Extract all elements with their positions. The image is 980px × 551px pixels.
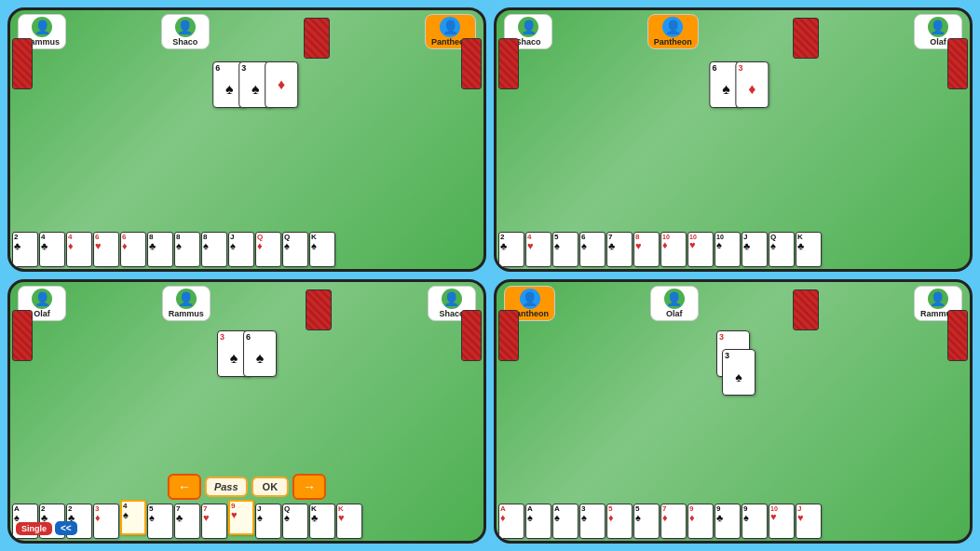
hand-row-4: A♦ A♠ A♠ 3♠ 5♦ 5♠ 7♦ 9♦ 9♣ 9♠ 10♥ J♥ [498,504,968,539]
corner-buttons: Single << [16,521,77,535]
hand-card-selected[interactable]: 4♠ [120,500,146,535]
hand-card[interactable]: 7♥ [201,504,227,539]
left-deck-2 [498,38,519,89]
hand-card[interactable]: 6♦ [120,232,146,267]
avatar-rammus-3: 👤 [176,289,197,309]
hand-card[interactable]: 4♦ [66,232,92,267]
hand-card[interactable]: 10♦ [660,232,687,267]
hand-card[interactable]: 10♠ [715,232,741,267]
hand-card[interactable]: Q♠ [282,232,308,267]
hand-card[interactable]: 3♠ [579,504,606,539]
hand-card[interactable]: J♠ [255,504,281,539]
hand-card[interactable]: Q♠ [769,232,795,267]
center-play-2: 6 ♠ 3 ♦ [709,61,769,108]
right-deck-1 [461,38,482,89]
pass-button[interactable]: Pass [205,477,248,497]
avatar-pantheon-1: 👤 [440,17,460,37]
hand-card[interactable]: Q♠ [282,504,308,539]
hand-card[interactable]: 4♣ [39,232,65,267]
hand-card[interactable]: 2♣ [498,232,524,267]
player-name-shaco-2: Shaco [515,37,540,47]
hand-card[interactable]: J♥ [796,504,822,539]
single-button[interactable]: Single [16,522,52,535]
hand-card[interactable]: 6♠ [579,232,606,267]
hand-card[interactable]: 8♠ [201,232,227,267]
hand-card[interactable]: K♠ [309,232,335,267]
center-deck-4 [793,289,819,330]
hand-card[interactable]: 9♠ [742,504,768,539]
hand-card[interactable]: J♠ [228,232,254,267]
hand-card[interactable]: 7♣ [606,232,633,267]
hand-card[interactable]: A♠ [552,504,578,539]
hand-card[interactable]: 10♥ [687,232,714,267]
hand-card-selected-2[interactable]: 9♥ [228,500,254,535]
hand-card[interactable]: 5♠ [552,232,578,267]
action-buttons-3: ← Pass OK → [168,474,326,500]
hand-card[interactable]: 6♥ [93,232,119,267]
game-panel-4: 👤 Pantheon 👤 Olaf 👤 Rammus 3 ♠ 3 ♠ [494,279,973,544]
player-name-rammus-3: Rammus [169,309,204,318]
left-deck-4 [498,310,519,361]
hand-card[interactable]: A♠ [525,504,551,539]
center-card-3b: 6 ♠ [243,330,277,377]
hand-card[interactable]: 5♠ [633,504,660,539]
hand-row-3: A♠ 2♣ 2♣ 3♦ 4♠ 5♠ 7♣ 7♥ 9♥ J♠ Q♠ K♣ K♥ S… [12,504,482,539]
back-button[interactable]: << [55,521,77,535]
player-pantheon-2: 👤 Pantheon [647,14,699,49]
players-row-2: 👤 Shaco 👤 Pantheon 👤 Olaf [497,10,970,62]
avatar-shaco-2: 👤 [518,17,538,37]
game-panel-1: 👤 Rammus 👤 Shaco 👤 Pantheon 6 ♠ 3 ♠ ♦ 2 [7,7,486,272]
hand-card[interactable]: K♣ [309,504,335,539]
game-panel-3: 👤 Olaf 👤 Rammus 👤 Shaco 3 ♠ 6 ♠ ← Pass O… [7,279,486,544]
right-deck-2 [947,38,968,89]
players-row-1: 👤 Rammus 👤 Shaco 👤 Pantheon [10,10,483,62]
player-rammus-3: 👤 Rammus [162,286,211,321]
avatar-olaf-3: 👤 [32,289,52,309]
center-deck-1 [304,18,330,59]
center-deck-2 [793,18,819,59]
hand-card[interactable]: 4♥ [525,232,551,267]
player-name-pantheon-2: Pantheon [654,37,692,47]
hand-card[interactable]: 9♣ [715,504,741,539]
hand-card[interactable]: 5♠ [147,504,173,539]
hand-card[interactable]: J♣ [742,232,768,267]
player-name-olaf-3: Olaf [34,309,50,318]
avatar-rammus-4: 👤 [928,289,948,309]
avatar-shaco-3: 👤 [442,289,462,309]
game-panel-2: 👤 Shaco 👤 Pantheon 👤 Olaf 6 ♠ 3 ♦ 2♣ 4♥ … [494,7,973,272]
center-play-4: 3 ♠ 3 ♠ [711,330,755,396]
hand-card[interactable]: 7♦ [660,504,687,539]
avatar-rammus: 👤 [32,17,52,37]
player-shaco: 👤 Shaco [161,14,210,49]
hand-card[interactable]: Q♦ [255,232,281,267]
hand-card[interactable]: 10♥ [769,504,795,539]
hand-card[interactable]: 3♦ [93,504,119,539]
right-arrow-button[interactable]: → [293,474,326,500]
avatar-shaco: 👤 [175,17,196,37]
hand-card[interactable]: 8♠ [174,232,200,267]
left-deck-1 [12,38,33,89]
hand-card[interactable]: 9♦ [687,504,714,539]
hand-card[interactable]: 5♦ [606,504,633,539]
player-name-olaf-2: Olaf [930,37,946,47]
hand-card[interactable]: 8♥ [633,232,660,267]
left-arrow-button[interactable]: ← [168,474,201,500]
players-row-3: 👤 Olaf 👤 Rammus 👤 Shaco [10,282,483,334]
center-deck-3 [306,289,332,330]
hand-card[interactable]: 8♣ [147,232,173,267]
ok-button[interactable]: OK [252,477,290,497]
center-play-3: 3 ♠ 6 ♠ [217,330,277,377]
right-deck-3 [461,310,482,361]
player-name-olaf-4: Olaf [666,309,683,318]
avatar-olaf-4: 👤 [664,289,685,309]
hand-card[interactable]: A♦ [498,504,524,539]
hand-row-1: 2♣ 4♣ 4♦ 6♥ 6♦ 8♣ 8♠ 8♠ J♠ Q♦ Q♠ K♠ [12,232,482,267]
players-row-4: 👤 Pantheon 👤 Olaf 👤 Rammus [497,282,970,334]
hand-card[interactable]: 2♣ [12,232,38,267]
player-olaf-4: 👤 Olaf [650,286,699,321]
hand-card[interactable]: K♣ [796,232,822,267]
hand-card[interactable]: K♥ [336,504,362,539]
avatar-olaf-2: 👤 [928,17,948,37]
hand-card[interactable]: 7♣ [174,504,200,539]
hand-row-2: 2♣ 4♥ 5♠ 6♠ 7♣ 8♥ 10♦ 10♥ 10♠ J♣ Q♠ K♣ [498,232,968,267]
